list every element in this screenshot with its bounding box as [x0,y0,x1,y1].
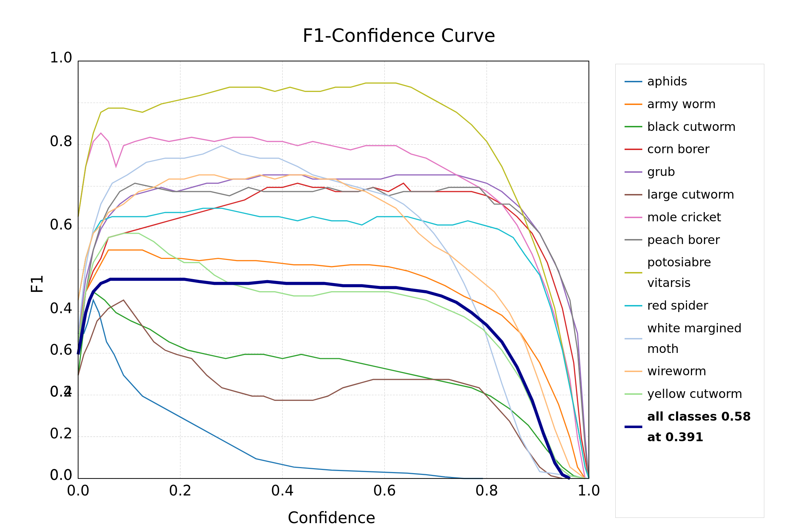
svg-text:0.4: 0.4 [271,482,294,499]
legend-label: red spider [647,295,708,316]
legend-label: aphids [647,71,687,92]
legend-line [625,239,642,240]
legend-item: all classes 0.58 at 0.391 [625,406,755,448]
legend-label: mole cricket [647,207,721,228]
y-axis-label-container: F1 [27,50,48,518]
legend-item: potosiabre vitarsis [625,252,755,293]
svg-text:0.2: 0.2 [50,425,72,442]
legend-label: wireworm [647,361,706,382]
legend-line [625,338,642,339]
legend-line [625,272,642,273]
plot-wrapper: 0.0 0.2 0.4 0.6 ov 0.0 0.2 0.4 0.6 0.8 1 [48,50,615,518]
legend-label: yellow cutworm [647,384,742,404]
svg-text:0.0: 0.0 [67,482,89,499]
legend-line [625,171,642,173]
chart-title: F1-Confidence Curve [27,18,771,46]
legend: aphidsarmy wormblack cutwormcorn borergr… [615,64,764,518]
chart-area: F1 [27,50,771,518]
svg-text:0.8: 0.8 [50,133,72,150]
svg-text:0.6: 0.6 [50,341,72,358]
legend-label: white margined moth [647,318,755,359]
svg-text:0.2: 0.2 [50,383,72,400]
svg-text:0.0: 0.0 [50,466,72,483]
legend-line [625,81,642,82]
legend-item: army worm [625,94,755,115]
legend-label: potosiabre vitarsis [647,252,755,293]
legend-item: red spider [625,295,755,316]
svg-text:0.6: 0.6 [50,216,72,233]
svg-text:0.4: 0.4 [50,300,72,317]
legend-item: wireworm [625,361,755,382]
svg-text:1.0: 1.0 [50,50,72,66]
legend-line [625,104,642,105]
legend-label: all classes 0.58 at 0.391 [647,406,755,448]
legend-line [625,217,642,218]
chart-svg: 0.0 0.2 0.4 0.6 ov 0.0 0.2 0.4 0.6 0.8 1 [48,50,615,505]
legend-label: army worm [647,94,716,115]
legend-item: black cutworm [625,117,755,137]
svg-text:0.8: 0.8 [475,482,498,499]
legend-line [625,194,642,195]
legend-item: large cutworm [625,184,755,205]
x-axis-label: Confidence [48,505,615,532]
legend-label: corn borer [647,139,710,160]
legend-label: black cutworm [647,117,736,137]
legend-label: peach borer [647,230,720,250]
legend-line [625,393,642,395]
legend-line [625,371,642,372]
legend-item: yellow cutworm [625,384,755,404]
legend-item: corn borer [625,139,755,160]
legend-item: aphids [625,71,755,92]
legend-label: grub [647,162,675,182]
legend-label: large cutworm [647,184,735,205]
legend-item: grub [625,162,755,182]
legend-line [625,426,642,428]
legend-item: white margined moth [625,318,755,359]
legend-line [625,149,642,150]
svg-text:1.0: 1.0 [577,482,600,499]
legend-line [625,126,642,127]
svg-text:0.2: 0.2 [169,482,192,499]
svg-text:0.6: 0.6 [373,482,396,499]
plot-svg-container: 0.0 0.2 0.4 0.6 ov 0.0 0.2 0.4 0.6 0.8 1 [48,50,615,505]
chart-container: F1-Confidence Curve F1 [27,18,771,514]
y-axis-label: F1 [28,274,46,293]
plot-and-legend: 0.0 0.2 0.4 0.6 ov 0.0 0.2 0.4 0.6 0.8 1 [48,50,771,518]
legend-item: peach borer [625,230,755,250]
legend-item: mole cricket [625,207,755,228]
legend-line [625,305,642,306]
